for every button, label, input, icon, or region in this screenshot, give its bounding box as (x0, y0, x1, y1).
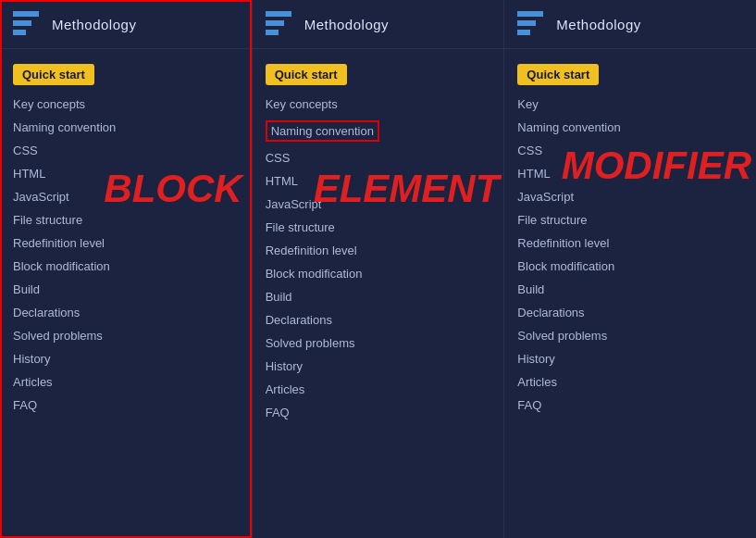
svg-rect-1 (13, 20, 31, 26)
panel-1-header: Methodology (0, 0, 252, 49)
nav-item-p3-faq[interactable]: FAQ (504, 394, 756, 417)
panel-3-header: Methodology (504, 0, 756, 49)
nav-item-4[interactable]: HTML (0, 162, 252, 185)
nav-item-5[interactable]: JavaScript (0, 185, 252, 208)
svg-rect-6 (517, 11, 543, 17)
nav-item-14[interactable]: FAQ (0, 394, 252, 417)
nav-item-1[interactable]: Key concepts (0, 93, 252, 116)
svg-rect-7 (517, 20, 536, 26)
panel-3-title: Methodology (556, 17, 640, 32)
nav-item-12[interactable]: History (0, 347, 252, 370)
nav-item-p2-9[interactable]: Build (253, 285, 504, 308)
nav-item-p3-key: Key (504, 93, 756, 116)
nav-item-10[interactable]: Declarations (0, 301, 252, 324)
logo-icon-2 (266, 11, 295, 37)
nav-item-p3-fs[interactable]: File structure (504, 208, 756, 231)
nav-item-quickstart-2[interactable]: Quick start (253, 56, 504, 93)
nav-item-p3-solved[interactable]: Solved problems (504, 324, 756, 347)
panel-block: Methodology Quick start Key concepts Nam… (0, 0, 253, 538)
svg-rect-3 (266, 11, 291, 17)
nav-item-p2-3[interactable]: CSS (253, 146, 504, 169)
panel-modifier: Methodology Quick start Key Naming conve… (504, 0, 756, 538)
nav-item-7[interactable]: Redefinition level (0, 231, 252, 255)
svg-rect-4 (266, 20, 284, 26)
nav-item-p3-css[interactable]: CSS (504, 139, 756, 162)
panel-3-nav: Quick start Key Naming convention CSS HT… (504, 49, 756, 424)
nav-item-p3-history[interactable]: History (504, 347, 756, 370)
panel-element: Methodology Quick start Key concepts Nam… (253, 0, 505, 538)
nav-item-13[interactable]: Articles (0, 370, 252, 394)
svg-rect-8 (517, 30, 530, 35)
quick-start-badge-3[interactable]: Quick start (517, 64, 599, 85)
logo-icon-3 (517, 11, 547, 37)
svg-rect-5 (266, 30, 279, 35)
nav-item-p3-js[interactable]: JavaScript (504, 185, 756, 208)
nav-item-p3-decl[interactable]: Declarations (504, 301, 756, 324)
nav-item-9[interactable]: Build (0, 278, 252, 301)
nav-item-2[interactable]: Naming convention (0, 116, 252, 139)
nav-item-p2-8[interactable]: Block modification (253, 262, 504, 285)
nav-item-p3-build[interactable]: Build (504, 278, 756, 301)
panel-2-nav: Quick start Key concepts Naming conventi… (253, 49, 504, 432)
nav-item-p2-7[interactable]: Redefinition level (253, 239, 504, 262)
nav-item-quickstart-3[interactable]: Quick start (504, 56, 756, 93)
logo-icon (13, 11, 43, 37)
nav-item-p2-4[interactable]: HTML (253, 169, 504, 193)
nav-item-p2-1[interactable]: Key concepts (253, 93, 504, 116)
nav-item-p3-html[interactable]: HTML (504, 162, 756, 185)
panel-1-title: Methodology (52, 17, 136, 32)
nav-item-p2-6[interactable]: File structure (253, 216, 504, 239)
nav-item-p2-14[interactable]: FAQ (253, 401, 504, 424)
quick-start-badge-1[interactable]: Quick start (13, 64, 94, 85)
naming-convention-highlight[interactable]: Naming convention (266, 120, 379, 142)
nav-item-3[interactable]: CSS (0, 139, 252, 162)
panel-2-header: Methodology (253, 0, 504, 49)
nav-item-p2-5[interactable]: JavaScript (253, 193, 504, 216)
nav-item-quickstart-1[interactable]: Quick start (0, 56, 252, 93)
nav-item-11[interactable]: Solved problems (0, 324, 252, 347)
nav-item-p2-naming[interactable]: Naming convention (253, 116, 504, 146)
panel-2-title: Methodology (304, 17, 389, 32)
nav-item-p3-bm[interactable]: Block modification (504, 255, 756, 278)
nav-item-p3-rl[interactable]: Redefinition level (504, 231, 756, 255)
quick-start-badge-2[interactable]: Quick start (266, 64, 347, 85)
nav-item-p2-10[interactable]: Declarations (253, 308, 504, 332)
nav-item-p3-naming[interactable]: Naming convention (504, 116, 756, 139)
nav-item-p2-12[interactable]: History (253, 355, 504, 378)
panels-container: Methodology Quick start Key concepts Nam… (0, 0, 756, 538)
nav-item-p2-11[interactable]: Solved problems (253, 332, 504, 355)
nav-item-6[interactable]: File structure (0, 208, 252, 231)
nav-item-p2-13[interactable]: Articles (253, 378, 504, 401)
nav-item-8[interactable]: Block modification (0, 255, 252, 278)
nav-item-p3-articles[interactable]: Articles (504, 370, 756, 394)
panel-1-nav: Quick start Key concepts Naming conventi… (0, 49, 252, 424)
svg-rect-2 (13, 30, 26, 35)
svg-rect-0 (13, 11, 39, 17)
